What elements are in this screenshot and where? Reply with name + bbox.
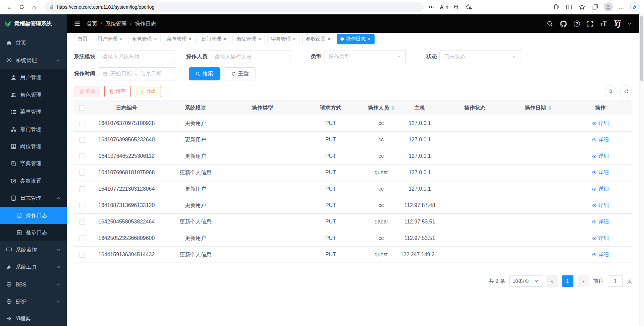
detail-link[interactable]: 详细 bbox=[592, 202, 609, 209]
goto-page-input[interactable] bbox=[608, 275, 623, 287]
sidebar-item-sys-monitor[interactable]: 系统监控 bbox=[0, 241, 67, 258]
row-checkbox[interactable] bbox=[79, 219, 85, 224]
tab[interactable]: 岗位管理 × bbox=[233, 34, 265, 44]
password-key-icon[interactable] bbox=[426, 1, 438, 13]
page-scrollbar[interactable] bbox=[639, 14, 644, 326]
detail-link[interactable]: 详细 bbox=[592, 136, 609, 143]
scrollbar-thumb[interactable] bbox=[640, 16, 643, 81]
zoom-out-icon[interactable] bbox=[450, 1, 463, 13]
sort-date[interactable] bbox=[548, 106, 551, 111]
type-select[interactable]: 操作类型 bbox=[324, 50, 406, 63]
tab[interactable]: 首页 bbox=[74, 34, 91, 44]
tab[interactable]: 用户管理 × bbox=[94, 34, 126, 44]
detail-link[interactable]: 详细 bbox=[592, 235, 609, 242]
sidebar-item-home[interactable]: 首页 bbox=[0, 35, 67, 52]
search-icon[interactable] bbox=[547, 20, 553, 27]
row-checkbox[interactable] bbox=[79, 137, 85, 142]
module-input[interactable] bbox=[98, 50, 176, 63]
sidebar-item-yi-framework[interactable]: Yi框架 bbox=[0, 310, 67, 326]
sidebar-item-system-mgmt[interactable]: 系统管理 bbox=[0, 52, 67, 69]
detail-link[interactable]: 详细 bbox=[592, 218, 609, 225]
tab-close-icon[interactable]: × bbox=[328, 36, 331, 42]
table-refresh-button[interactable] bbox=[620, 85, 632, 97]
sidebar-item-login-log[interactable]: 登录日志 bbox=[0, 224, 67, 241]
favorites-icon[interactable] bbox=[576, 1, 588, 13]
tab-close-icon[interactable]: × bbox=[293, 36, 296, 42]
sidebar-collapse-button[interactable] bbox=[74, 20, 80, 27]
fullscreen-icon[interactable] bbox=[587, 20, 594, 27]
add-favorite-icon[interactable] bbox=[463, 1, 475, 13]
browser-back-button[interactable]: ← bbox=[3, 1, 16, 13]
browser-refresh-button[interactable] bbox=[16, 1, 28, 13]
tab[interactable]: 操作日志 × bbox=[337, 34, 374, 44]
detail-link[interactable]: 详细 bbox=[592, 152, 609, 160]
font-size-icon[interactable]: TT bbox=[600, 20, 607, 27]
search-button[interactable]: 搜索 bbox=[189, 67, 220, 80]
sort-operator[interactable] bbox=[391, 106, 394, 111]
browser-home-button[interactable]: ⌂ bbox=[28, 1, 40, 13]
tab[interactable]: 字典管理 × bbox=[267, 34, 300, 44]
breadcrumb-home[interactable]: 首页 bbox=[87, 20, 97, 27]
read-aloud-icon[interactable]: A bbox=[438, 1, 450, 13]
prev-page-button[interactable]: ‹ bbox=[546, 275, 558, 287]
tab-close-icon[interactable]: × bbox=[258, 36, 261, 42]
row-checkbox[interactable] bbox=[79, 120, 85, 126]
collections-icon[interactable] bbox=[589, 1, 601, 13]
tab-close-icon[interactable]: × bbox=[154, 36, 157, 42]
tab[interactable]: 参数设置 × bbox=[302, 34, 334, 44]
sidebar-item-oper-log[interactable]: 操作日志 bbox=[0, 207, 67, 224]
tab-close-icon[interactable]: × bbox=[119, 36, 122, 42]
page-size-select[interactable]: 10条/页 bbox=[509, 275, 542, 287]
sidebar-item-sys-tools[interactable]: 系统工具 bbox=[0, 258, 67, 275]
detail-link[interactable]: 详细 bbox=[592, 251, 609, 258]
clear-button[interactable]: 清空 bbox=[104, 85, 130, 97]
row-checkbox[interactable] bbox=[79, 202, 85, 208]
date-range-picker[interactable]: 开始日期 - 结束日期 bbox=[98, 67, 176, 80]
export-button[interactable]: 导出 bbox=[135, 85, 161, 97]
sidebar-item-menu-mgmt[interactable]: 菜单管理 bbox=[0, 104, 67, 121]
detail-link[interactable]: 详细 bbox=[592, 120, 609, 127]
status-select[interactable]: 日志状态 bbox=[439, 50, 521, 63]
browser-profile-avatar[interactable] bbox=[602, 1, 614, 13]
browser-address-bar[interactable]: https://ccnetcore.com:1101/system/log/op… bbox=[44, 2, 424, 12]
sidebar-item-dept-mgmt[interactable]: 部门管理 bbox=[0, 121, 67, 138]
user-logo[interactable]: Yj bbox=[614, 19, 620, 28]
tab-close-icon[interactable]: × bbox=[368, 36, 371, 42]
row-checkbox[interactable] bbox=[79, 252, 85, 257]
table-search-toggle-button[interactable] bbox=[604, 85, 616, 97]
split-screen-icon[interactable] bbox=[563, 1, 575, 13]
sidebar-item-post-mgmt[interactable]: 岗位管理 bbox=[0, 138, 67, 155]
tab[interactable]: 角色管理 × bbox=[128, 34, 161, 44]
row-checkbox[interactable] bbox=[79, 153, 85, 159]
sidebar-item-user-mgmt[interactable]: 用户管理 bbox=[0, 69, 67, 86]
row-checkbox[interactable] bbox=[79, 170, 85, 175]
chevron-down-icon[interactable] bbox=[627, 21, 632, 26]
sidebar-item-dict-mgmt[interactable]: 字典管理 bbox=[0, 155, 67, 172]
select-all-checkbox[interactable] bbox=[79, 105, 85, 111]
row-checkbox[interactable] bbox=[79, 235, 85, 241]
bing-copilot-icon[interactable]: b bbox=[628, 1, 641, 13]
browser-more-menu[interactable]: … bbox=[615, 1, 628, 13]
cell-module: 更新用户 bbox=[163, 136, 228, 143]
tab-close-icon[interactable]: × bbox=[189, 36, 192, 42]
operator-input[interactable] bbox=[210, 50, 290, 63]
breadcrumb-system-mgmt[interactable]: 系统管理 bbox=[105, 20, 127, 27]
tab-close-icon[interactable]: × bbox=[223, 36, 226, 42]
detail-link[interactable]: 详细 bbox=[592, 185, 609, 193]
page-1-button[interactable]: 1 bbox=[562, 275, 573, 287]
sidebar-item-erp[interactable]: ERP bbox=[0, 293, 67, 310]
detail-link[interactable]: 详细 bbox=[592, 169, 609, 176]
tab[interactable]: 部门管理 × bbox=[198, 34, 230, 44]
row-checkbox[interactable] bbox=[79, 186, 85, 192]
sidebar-item-param-settings[interactable]: 参数设置 bbox=[0, 172, 67, 189]
sidebar-item-role-mgmt[interactable]: 角色管理 bbox=[0, 86, 67, 103]
github-icon[interactable] bbox=[560, 20, 567, 27]
extensions-icon[interactable] bbox=[549, 1, 562, 13]
reset-button[interactable]: 重置 bbox=[225, 67, 256, 80]
sidebar-item-log-mgmt[interactable]: 日志管理 bbox=[0, 190, 67, 207]
tab[interactable]: 菜单管理 × bbox=[163, 34, 195, 44]
next-page-button[interactable]: › bbox=[578, 275, 589, 287]
help-icon[interactable]: ? bbox=[574, 20, 580, 26]
delete-button[interactable]: 删除 bbox=[74, 85, 100, 97]
sidebar-item-bbs[interactable]: BBS bbox=[0, 276, 67, 293]
